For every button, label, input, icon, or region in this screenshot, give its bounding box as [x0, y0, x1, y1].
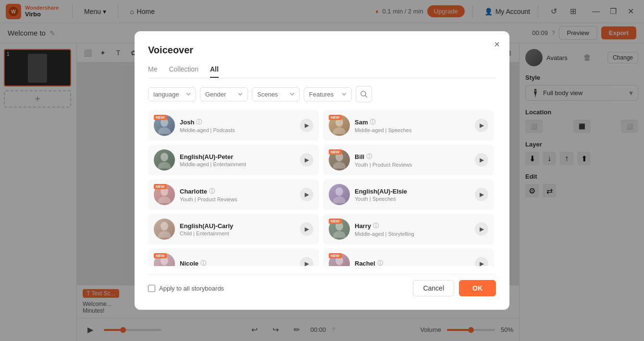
new-badge-nicole: NEW: [154, 253, 167, 258]
svg-point-23: [333, 266, 346, 266]
info-icon-josh[interactable]: ⓘ: [196, 118, 202, 126]
play-btn-harry[interactable]: ▶: [475, 222, 488, 236]
voice-name-charlotte: Charlotte ⓘ: [180, 187, 295, 195]
voice-info-harry: Harry ⓘ Middle-aged | Storytelling: [355, 222, 470, 237]
new-badge-sam: NEW: [329, 115, 342, 120]
play-btn-josh[interactable]: ▶: [300, 119, 313, 132]
voice-name-sam: Sam ⓘ: [355, 118, 470, 126]
scenes-filter[interactable]: Scenes: [252, 87, 300, 101]
info-icon-nicole[interactable]: ⓘ: [200, 259, 206, 267]
modal-tabs: Me Collection All: [148, 65, 496, 78]
play-btn-sam[interactable]: ▶: [475, 119, 488, 132]
info-icon-rachel[interactable]: ⓘ: [377, 259, 383, 267]
ok-button[interactable]: OK: [459, 280, 496, 296]
apply-all-checkbox[interactable]: [148, 285, 155, 292]
voice-card-charlotte[interactable]: NEW Charlotte ⓘ Youth | Product Reviews …: [148, 179, 319, 210]
voice-desc-josh: Middle-aged | Podcasts: [180, 127, 295, 133]
voice-info-rachel: Rachel ⓘ: [355, 259, 470, 267]
voices-grid: NEW Josh ⓘ Middle-aged | Podcasts ▶: [148, 110, 496, 266]
voice-info-elsie: English(AU)-Elsie Youth | Speeches: [355, 188, 470, 202]
voice-desc-charlotte: Youth | Product Reviews: [180, 196, 295, 202]
svg-point-5: [158, 127, 171, 134]
svg-point-9: [158, 162, 171, 169]
svg-point-21: [158, 266, 171, 266]
voice-name-josh: Josh ⓘ: [180, 118, 295, 126]
new-badge-harry: NEW: [329, 219, 342, 224]
voice-card-sam[interactable]: NEW Sam ⓘ Middle-aged | Speeches ▶: [323, 110, 494, 141]
voiceover-modal: Voiceover × Me Collection All language G…: [135, 31, 509, 310]
voice-info-bill: Bill ⓘ Youth | Product Reviews: [355, 153, 470, 168]
voice-desc-carly: Child | Entertainment: [180, 231, 295, 236]
voice-info-josh: Josh ⓘ Middle-aged | Podcasts: [180, 118, 295, 133]
voice-card-peter[interactable]: English(AU)-Peter Middle-aged | Entertai…: [148, 145, 319, 175]
voice-name-peter: English(AU)-Peter: [180, 153, 295, 160]
play-btn-charlotte[interactable]: ▶: [300, 188, 313, 201]
svg-line-3: [365, 96, 367, 97]
footer-buttons: Cancel OK: [413, 280, 496, 296]
search-button[interactable]: [356, 86, 372, 102]
tab-all[interactable]: All: [210, 65, 219, 78]
voice-name-harry: Harry ⓘ: [355, 222, 470, 230]
voice-info-charlotte: Charlotte ⓘ Youth | Product Reviews: [180, 187, 295, 202]
info-icon-sam[interactable]: ⓘ: [370, 118, 375, 126]
info-icon-harry[interactable]: ⓘ: [373, 222, 379, 230]
new-badge-rachel: NEW: [329, 253, 342, 258]
play-btn-rachel[interactable]: ▶: [475, 257, 488, 266]
svg-point-15: [333, 196, 346, 203]
voice-desc-sam: Middle-aged | Speeches: [355, 127, 470, 133]
modal-footer: Apply to all storyboards Cancel OK: [148, 274, 496, 296]
filters-row: language Gender Scenes Features: [148, 86, 496, 102]
tab-me[interactable]: Me: [148, 65, 157, 78]
apply-all-label[interactable]: Apply to all storyboards: [148, 285, 224, 292]
voice-desc-elsie: Youth | Speeches: [355, 196, 470, 202]
voice-desc-harry: Middle-aged | Storytelling: [355, 231, 470, 237]
new-badge-charlotte: NEW: [154, 184, 167, 189]
voice-desc-bill: Youth | Product Reviews: [355, 162, 470, 168]
svg-point-14: [335, 187, 343, 196]
new-badge-bill: NEW: [329, 149, 342, 155]
play-btn-nicole[interactable]: ▶: [300, 257, 313, 266]
gender-filter[interactable]: Gender: [200, 87, 248, 101]
new-badge-josh: NEW: [154, 115, 167, 120]
voice-name-carly: English(AU)-Carly: [180, 222, 295, 230]
voice-info-nicole: Nicole ⓘ: [180, 259, 295, 267]
play-btn-carly[interactable]: ▶: [300, 222, 313, 236]
modal-title: Voiceover: [148, 45, 496, 56]
svg-point-19: [333, 231, 346, 238]
voice-info-sam: Sam ⓘ Middle-aged | Speeches: [355, 118, 470, 133]
features-filter[interactable]: Features: [304, 87, 352, 101]
voice-name-nicole: Nicole ⓘ: [180, 259, 295, 267]
voice-info-peter: English(AU)-Peter Middle-aged | Entertai…: [180, 153, 295, 167]
language-filter[interactable]: language: [148, 87, 196, 101]
svg-point-7: [333, 127, 346, 134]
voice-card-harry[interactable]: NEW Harry ⓘ Middle-aged | Storytelling ▶: [323, 214, 494, 244]
voice-card-rachel[interactable]: NEW Rachel ⓘ ▶: [323, 248, 494, 266]
voice-name-bill: Bill ⓘ: [355, 153, 470, 161]
svg-point-8: [161, 153, 168, 161]
play-btn-elsie[interactable]: ▶: [475, 188, 488, 201]
tab-collection[interactable]: Collection: [169, 65, 198, 78]
svg-point-13: [158, 196, 171, 203]
play-btn-peter[interactable]: ▶: [300, 153, 313, 167]
play-btn-bill[interactable]: ▶: [475, 153, 488, 167]
svg-point-17: [158, 231, 171, 238]
svg-point-2: [361, 91, 366, 96]
voice-card-bill[interactable]: NEW Bill ⓘ Youth | Product Reviews ▶: [323, 145, 494, 175]
info-icon-bill[interactable]: ⓘ: [366, 153, 372, 161]
voice-name-rachel: Rachel ⓘ: [355, 259, 470, 267]
voice-desc-peter: Middle-aged | Entertainment: [180, 161, 295, 167]
voice-name-elsie: English(AU)-Elsie: [355, 188, 470, 195]
svg-point-16: [161, 222, 168, 231]
voice-info-carly: English(AU)-Carly Child | Entertainment: [180, 222, 295, 236]
cancel-button[interactable]: Cancel: [413, 280, 454, 296]
voice-card-nicole[interactable]: NEW Nicole ⓘ ▶: [148, 248, 319, 266]
info-icon-charlotte[interactable]: ⓘ: [209, 187, 215, 195]
voice-card-elsie[interactable]: English(AU)-Elsie Youth | Speeches ▶: [323, 179, 494, 210]
modal-overlay: Voiceover × Me Collection All language G…: [0, 0, 644, 341]
svg-point-11: [333, 162, 346, 169]
modal-close-button[interactable]: ×: [494, 39, 500, 50]
voice-card-carly[interactable]: English(AU)-Carly Child | Entertainment …: [148, 214, 319, 244]
voice-card-josh[interactable]: NEW Josh ⓘ Middle-aged | Podcasts ▶: [148, 110, 319, 141]
